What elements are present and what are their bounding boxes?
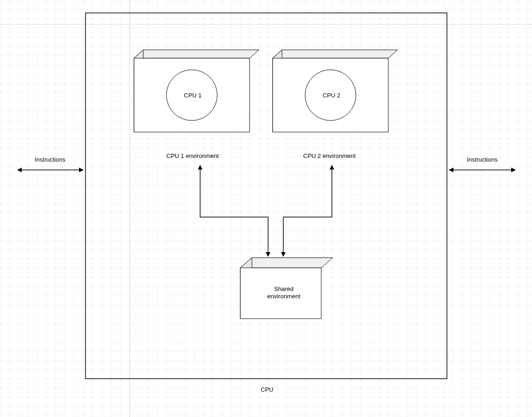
diagram-svg — [0, 0, 532, 417]
cpu2-to-shared-arrow — [283, 165, 332, 256]
right-instructions-label: Instructions — [467, 156, 497, 163]
cpu2-circle-label: CPU 2 — [323, 92, 340, 99]
cpu1-box — [134, 50, 259, 132]
cpu1-circle-label: CPU 1 — [184, 92, 202, 99]
cpu1-env-label: CPU 1 environment — [166, 152, 219, 159]
cpu-container-label: CPU — [261, 386, 273, 393]
shared-env-label: Shared environment — [265, 285, 302, 301]
left-instructions-label: Instructions — [35, 156, 65, 163]
cpu1-to-shared-arrow — [200, 165, 268, 256]
cpu2-env-label: CPU 2 environment — [303, 152, 355, 159]
cpu2-box — [273, 50, 397, 132]
svg-marker-3 — [273, 50, 397, 58]
svg-marker-0 — [134, 50, 259, 58]
svg-marker-6 — [240, 258, 333, 268]
